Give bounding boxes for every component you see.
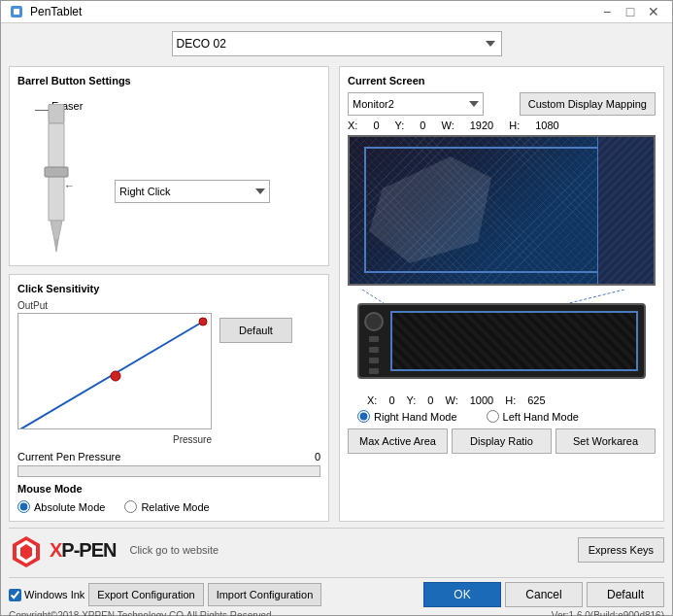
windows-ink-checkbox[interactable]: [9, 589, 21, 601]
bottom-section: XP-PEN Click go to website Express Keys: [9, 528, 664, 571]
set-workarea-button[interactable]: Set Workarea: [555, 428, 656, 454]
svg-marker-6: [54, 240, 58, 252]
pressure-bar: [17, 465, 320, 477]
copyright-row: Copyright©2018 XPPEN Technology CO.All R…: [9, 610, 664, 616]
title-bar-left: PenTablet: [9, 4, 82, 19]
windows-ink-option[interactable]: Windows Ink: [9, 589, 84, 601]
export-config-button[interactable]: Export Configuration: [88, 583, 203, 606]
action-buttons-row: Max Active Area Display Ratio Set Workar…: [348, 428, 656, 454]
mouse-mode-radio-row: Absolute Mode Relative Mode: [17, 500, 320, 513]
tablet-y-label: Y:: [407, 394, 417, 406]
import-config-button[interactable]: Import Configuration: [208, 583, 322, 606]
device-select[interactable]: DECO 02: [172, 31, 502, 56]
express-keys-button[interactable]: Express Keys: [578, 537, 664, 563]
tablet-btn-2: [369, 347, 379, 353]
screen-y-label: Y:: [395, 120, 405, 131]
footer: Windows Ink Export Configuration Import …: [9, 577, 664, 616]
left-panel: Barrel Button Settings Eraser: [9, 66, 329, 522]
monitor-select[interactable]: Monitor2: [348, 92, 484, 116]
tablet-side-buttons: [361, 309, 387, 377]
tablet-x-val: 0: [388, 394, 394, 406]
windows-ink-label: Windows Ink: [24, 589, 84, 600]
tablet-btn-4: [369, 368, 379, 374]
screen-section: Current Screen Monitor2 Custom Display M…: [339, 66, 664, 522]
graph-container: OutPut: [17, 300, 320, 445]
minimize-button[interactable]: −: [596, 1, 618, 22]
tablet-active-area: [390, 311, 638, 371]
sensitivity-default-button[interactable]: Default: [219, 318, 292, 343]
pressure-axis-label: Pressure: [17, 434, 212, 445]
tablet-h-val: 625: [527, 394, 545, 406]
absolute-mode-option[interactable]: Absolute Mode: [17, 500, 105, 513]
copyright-text: Copyright©2018 XPPEN Technology CO.All R…: [9, 610, 274, 616]
max-active-area-button[interactable]: Max Active Area: [348, 428, 448, 454]
pressure-label-row: Current Pen Pressure 0: [17, 451, 320, 462]
tablet-preview-container: [348, 290, 656, 387]
barrel-section: Barrel Button Settings Eraser: [9, 66, 329, 266]
relative-mode-radio[interactable]: [124, 500, 137, 513]
tablet-w-val: 1000: [470, 394, 493, 406]
left-hand-option[interactable]: Left Hand Mode: [487, 410, 579, 423]
screen-w-label: W:: [441, 120, 454, 131]
screen-x-val: 0: [373, 120, 379, 131]
relative-mode-label: Relative Mode: [141, 501, 209, 513]
close-button[interactable]: ✕: [643, 1, 664, 22]
pressure-bar-section: Current Pen Pressure 0: [17, 451, 320, 477]
device-row: DECO 02: [9, 31, 664, 56]
sensitivity-label: Click Sensitivity: [17, 283, 320, 294]
logo-x: X: [50, 539, 61, 561]
display-ratio-button[interactable]: Display Ratio: [452, 428, 552, 454]
tablet-x-label: X:: [367, 394, 377, 406]
current-pen-pressure-label: Current Pen Pressure: [17, 451, 120, 462]
tablet-h-label: H:: [505, 394, 516, 406]
main-window: PenTablet − □ ✕ DECO 02 Barrel Button Se…: [0, 0, 673, 616]
maximize-button[interactable]: □: [620, 1, 641, 22]
right-hand-radio[interactable]: [357, 410, 370, 423]
barrel-button-select[interactable]: Right Click: [115, 180, 270, 203]
content-area: DECO 02 Barrel Button Settings Eraser: [1, 23, 672, 616]
hand-mode-row: Right Hand Mode Left Hand Mode: [357, 410, 656, 423]
screen-x-label: X:: [348, 120, 357, 131]
tablet-w-label: W:: [445, 394, 457, 406]
svg-rect-4: [45, 167, 68, 177]
left-hand-radio[interactable]: [487, 410, 499, 423]
svg-rect-2: [49, 104, 64, 123]
title-controls: − □ ✕: [596, 1, 664, 22]
logo-svg: [9, 532, 44, 567]
screen-h-val: 1080: [535, 120, 558, 131]
tablet-y-val: 0: [427, 394, 433, 406]
tablet-body: [357, 303, 646, 379]
relative-mode-option[interactable]: Relative Mode: [124, 500, 209, 513]
right-hand-option[interactable]: Right Hand Mode: [357, 410, 457, 423]
sensitivity-graph[interactable]: [17, 313, 212, 429]
absolute-mode-label: Absolute Mode: [34, 501, 105, 513]
tablet-btn-1: [369, 336, 379, 342]
ok-button[interactable]: OK: [423, 582, 501, 607]
svg-point-11: [199, 318, 207, 325]
screen-content: [350, 137, 654, 284]
tablet-btn-3: [369, 358, 379, 363]
screen-coords-row: X: 0 Y: 0 W: 1920 H: 1080: [348, 120, 656, 131]
mouse-mode-section: Mouse Mode Absolute Mode Relative Mode: [17, 483, 320, 513]
screen-top-row: Monitor2 Custom Display Mapping: [348, 92, 656, 116]
absolute-mode-radio[interactable]: [17, 500, 30, 513]
mouse-mode-label: Mouse Mode: [17, 483, 320, 495]
version-text: Ver:1.6.0(Build:e900d816): [552, 610, 664, 616]
logo-xp-text: XP-PEN: [50, 539, 116, 562]
title-bar: PenTablet − □ ✕: [1, 1, 672, 23]
svg-marker-5: [50, 221, 62, 240]
window-title: PenTablet: [30, 5, 82, 18]
default-button[interactable]: Default: [587, 582, 664, 607]
left-hand-label: Left Hand Mode: [503, 411, 579, 423]
custom-display-mapping-button[interactable]: Custom Display Mapping: [520, 92, 656, 116]
svg-point-10: [111, 371, 120, 381]
screen-y-val: 0: [420, 120, 425, 131]
barrel-section-label: Barrel Button Settings: [17, 75, 320, 86]
right-hand-label: Right Hand Mode: [374, 411, 457, 423]
logo-p: P-PEN: [61, 539, 116, 561]
sensitivity-section: Click Sensitivity OutPut: [9, 274, 329, 522]
cancel-button[interactable]: Cancel: [505, 582, 583, 607]
tablet-scroll-wheel: [364, 312, 384, 331]
xppen-logo: XP-PEN: [9, 532, 116, 567]
output-label: OutPut: [17, 300, 212, 311]
